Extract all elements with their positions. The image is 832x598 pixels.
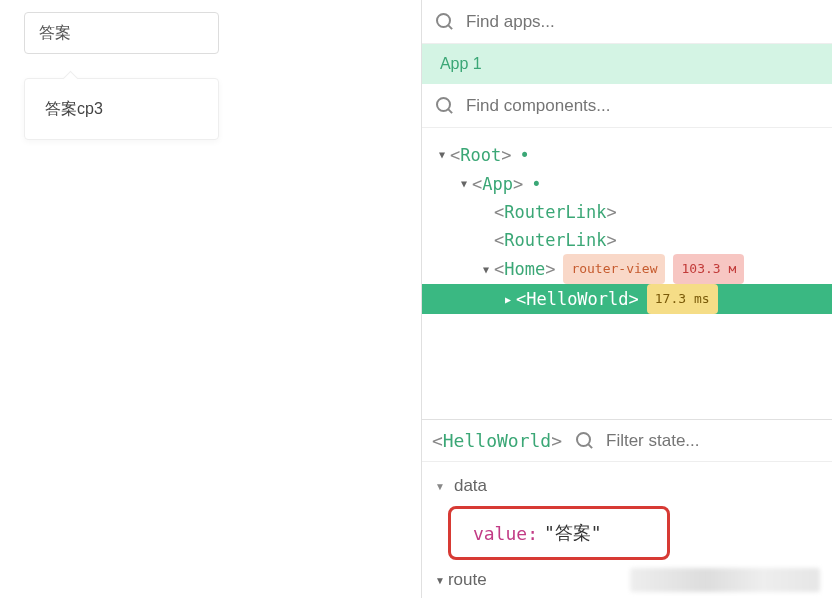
- tree-node-root[interactable]: <Root> •: [422, 140, 832, 169]
- component-name: Root: [460, 141, 501, 169]
- active-dot-icon: •: [531, 170, 541, 198]
- find-apps-input[interactable]: [466, 12, 818, 32]
- render-time-badge: 17.3 ms: [647, 284, 718, 314]
- component-name: HelloWorld: [526, 285, 628, 313]
- filter-state-input[interactable]: [606, 431, 818, 451]
- state-value: "答案": [544, 521, 602, 545]
- text-input[interactable]: [39, 24, 204, 42]
- tree-node-helloworld[interactable]: <HelloWorld> 17.3 ms: [422, 284, 832, 314]
- router-view-badge: router-view: [563, 254, 665, 284]
- chevron-down-icon[interactable]: [436, 140, 448, 169]
- search-icon: [576, 432, 594, 450]
- component-name: RouterLink: [504, 198, 606, 226]
- active-dot-icon: •: [519, 141, 529, 169]
- component-tree: <Root> • <App> • <RouterLink> <RouterLin…: [422, 128, 832, 419]
- section-label: route: [448, 570, 487, 590]
- component-name: RouterLink: [504, 226, 606, 254]
- dropdown-option-label: 答案cp3: [45, 99, 103, 120]
- chevron-right-icon[interactable]: [502, 285, 514, 314]
- tree-node-routerlink[interactable]: <RouterLink>: [422, 226, 832, 254]
- selected-component-label: <HelloWorld>: [432, 430, 562, 451]
- app-selector[interactable]: App 1: [422, 44, 832, 84]
- component-state-panel: <HelloWorld> data value: "答案" route: [422, 419, 832, 598]
- state-header: <HelloWorld>: [422, 420, 832, 462]
- state-key: value: [473, 523, 527, 544]
- chevron-down-icon[interactable]: [480, 255, 492, 284]
- text-input-wrapper[interactable]: [24, 12, 219, 54]
- tree-node-routerlink[interactable]: <RouterLink>: [422, 198, 832, 226]
- search-icon: [436, 13, 454, 31]
- state-value-highlight: value: "答案": [448, 506, 670, 560]
- tree-node-home[interactable]: <Home> router-view 103.3 м: [422, 254, 832, 284]
- tree-node-app[interactable]: <App> •: [422, 169, 832, 198]
- search-icon: [436, 97, 454, 115]
- find-components-row: [422, 84, 832, 128]
- app-preview-pane: 答案cp3: [0, 0, 421, 598]
- find-apps-row: [422, 0, 832, 44]
- app-label: App 1: [440, 55, 482, 73]
- find-components-input[interactable]: [466, 96, 818, 116]
- chevron-down-icon[interactable]: [434, 480, 446, 492]
- blurred-content: [630, 568, 820, 592]
- state-section-data[interactable]: data: [434, 470, 820, 502]
- component-name: Home: [504, 255, 545, 283]
- chevron-down-icon[interactable]: [458, 169, 470, 198]
- state-body: data value: "答案" route: [422, 462, 832, 598]
- autocomplete-dropdown-item[interactable]: 答案cp3: [24, 78, 219, 140]
- vue-devtools-pane: App 1 <Root> • <App> • <RouterLink> <Rou…: [421, 0, 832, 598]
- component-name: App: [482, 170, 513, 198]
- render-time-badge: 103.3 м: [673, 254, 744, 284]
- state-section-route[interactable]: route: [434, 562, 820, 592]
- chevron-down-icon[interactable]: [434, 573, 446, 587]
- section-label: data: [454, 476, 487, 496]
